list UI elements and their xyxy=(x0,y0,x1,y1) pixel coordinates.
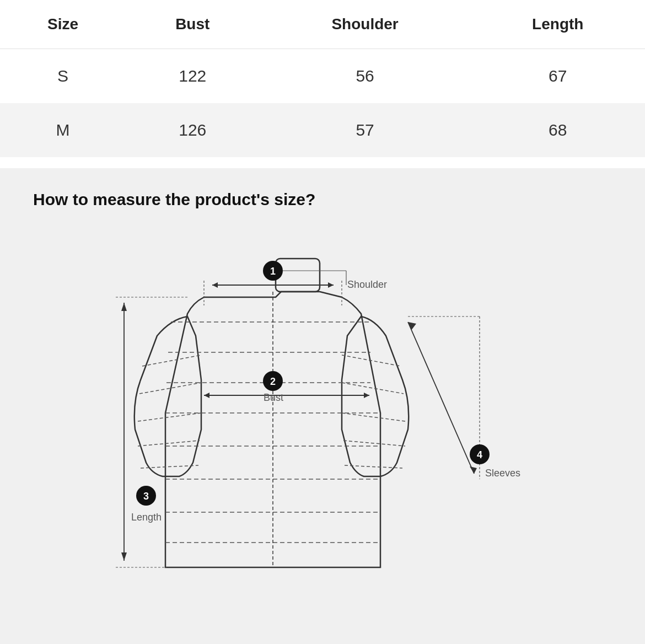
measure-section: How to measure the product's size? xyxy=(0,168,645,644)
cell-size-s: S xyxy=(0,49,126,104)
svg-marker-40 xyxy=(121,552,127,561)
svg-text:Bust: Bust xyxy=(264,392,283,403)
svg-line-16 xyxy=(342,383,404,394)
svg-marker-31 xyxy=(204,393,209,398)
svg-marker-32 xyxy=(364,393,369,398)
svg-line-17 xyxy=(342,413,405,421)
cell-length-m: 68 xyxy=(471,103,645,157)
cell-length-s: 67 xyxy=(471,49,645,104)
col-header-length: Length xyxy=(471,0,645,49)
svg-marker-39 xyxy=(121,303,127,311)
col-header-shoulder: Shoulder xyxy=(260,0,471,49)
diagram-container: 1 Shoulder 2 Bust xyxy=(33,226,612,622)
svg-line-18 xyxy=(343,441,405,446)
measurement-diagram: 1 Shoulder 2 Bust xyxy=(61,226,584,622)
svg-marker-24 xyxy=(328,282,334,288)
svg-marker-47 xyxy=(408,322,416,330)
svg-text:2: 2 xyxy=(270,376,276,387)
table-row: M 126 57 68 xyxy=(0,103,645,157)
table-row: S 122 56 67 xyxy=(0,49,645,104)
svg-text:4: 4 xyxy=(477,449,482,460)
svg-line-12 xyxy=(138,413,201,421)
svg-text:Length: Length xyxy=(131,512,162,523)
svg-text:1: 1 xyxy=(270,266,276,277)
page-wrapper: Size Bust Shoulder Length S 122 56 67 M … xyxy=(0,0,645,644)
cell-size-m: M xyxy=(0,103,126,157)
cell-bust-s: 122 xyxy=(126,49,260,104)
cell-bust-m: 126 xyxy=(126,103,260,157)
cell-shoulder-s: 56 xyxy=(260,49,471,104)
table-header-row: Size Bust Shoulder Length xyxy=(0,0,645,49)
svg-marker-23 xyxy=(212,282,218,288)
svg-rect-0 xyxy=(276,259,320,292)
col-header-size: Size xyxy=(0,0,126,49)
size-table: Size Bust Shoulder Length S 122 56 67 M … xyxy=(0,0,645,157)
col-header-bust: Bust xyxy=(126,0,260,49)
svg-text:Shoulder: Shoulder xyxy=(347,279,387,290)
svg-line-13 xyxy=(138,441,200,446)
cell-shoulder-m: 57 xyxy=(260,103,471,157)
svg-line-46 xyxy=(408,322,474,474)
svg-text:Sleeves: Sleeves xyxy=(485,468,520,479)
svg-text:3: 3 xyxy=(143,491,149,502)
svg-line-10 xyxy=(142,355,201,366)
measure-title: How to measure the product's size? xyxy=(33,190,612,209)
